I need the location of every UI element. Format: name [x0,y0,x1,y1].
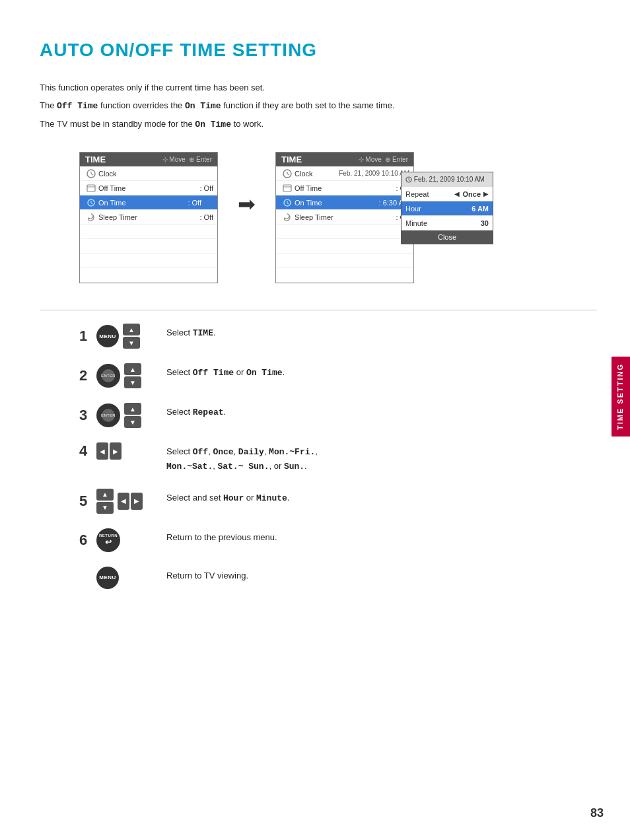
step-2: 2 ENTER ▲ ▼ Select Off Time or On Time. [79,363,571,388]
return-button[interactable]: RETURN ↩ [96,528,120,552]
updown-button-step5[interactable]: ▲ ▼ [96,489,114,514]
right-panel: TIME ⊹ Move ⊕ Enter Clock [275,152,414,283]
right-clock-icon [280,169,295,178]
svg-line-8 [287,174,289,175]
step-1: 1 MENU ▲ ▼ Select TIME. [79,324,571,349]
up-arrow[interactable]: ▲ [124,403,141,415]
right-menu-offtime: Off Time : Off [276,181,413,195]
intro-line1: This function operates only if the curre… [40,81,597,95]
step-5-text: Select and set Hour or Minute. [166,489,289,506]
left-nav-hint: ⊹ Move ⊕ Enter [162,156,212,163]
up-arrow[interactable]: ▲ [124,363,141,375]
menu-button-step1[interactable]: MENU [96,325,119,347]
step-3-icons: 3 ENTER ▲ ▼ [79,403,158,428]
svg-rect-3 [87,185,95,192]
enter-button-step2[interactable]: ENTER [96,364,120,388]
svg-line-14 [409,180,410,181]
right-empty1 [276,225,413,239]
left-arrow[interactable]: ◀ [96,442,108,460]
step-menu: MENU Return to TV viewing. [79,567,571,589]
up-arrow[interactable]: ▲ [96,489,114,501]
step-5: 5 ▲ ▼ ◀ ▶ Select and set Hour or Minute. [79,489,571,514]
leftright-button-step5[interactable]: ◀ ▶ [118,493,143,510]
right-nav-hint: ⊹ Move ⊕ Enter [359,156,408,163]
left-empty4 [80,268,217,283]
step-6-icons: 6 RETURN ↩ [79,528,158,552]
right-menu-header: TIME ⊹ Move ⊕ Enter [276,153,413,166]
right-menu-sleep: Sleep Timer : Off [276,210,413,225]
left-menu-ontime: On Time : Off [80,195,217,210]
step-4: 4 ◀ ▶ Select Off, Once, Daily, Mon.~Fri.… [79,442,571,474]
enter-inner: ENTER [102,369,115,382]
steps-section: 1 MENU ▲ ▼ Select TIME. 2 ENTER [40,324,597,589]
ontime-icon [84,198,98,207]
main-content: AUTO ON/OFF TIME SETTING This function o… [0,0,630,643]
right-empty4 [276,268,413,283]
left-empty3 [80,254,217,268]
step-1-text: Select TIME. [166,324,216,341]
popup-repeat-row: Repeat ◀ Once ▶ [402,187,493,201]
offtime-icon [84,184,98,193]
section-divider [40,310,597,310]
step-menu-text: Return to TV viewing. [166,567,248,583]
clock-icon [84,169,98,178]
page-title: AUTO ON/OFF TIME SETTING [40,40,597,61]
leftright-button-step4[interactable]: ◀ ▶ [96,442,122,460]
down-arrow[interactable]: ▼ [124,376,141,388]
repeat-left-arrow[interactable]: ◀ [454,190,460,197]
left-menu-offtime: Off Time : Off [80,181,217,195]
svg-rect-9 [283,185,291,192]
arrow-right: ➡ [238,152,256,217]
right-menu-ontime: On Time : 6:30 AM [276,195,413,210]
step-1-icons: 1 MENU ▲ ▼ [79,324,158,349]
right-arrow[interactable]: ▶ [110,442,122,460]
down-arrow[interactable]: ▼ [96,502,114,514]
svg-line-2 [91,174,93,175]
step-4-text: Select Off, Once, Daily, Mon.~Fri., Mon.… [166,442,318,474]
step-3: 3 ENTER ▲ ▼ Select Repeat. [79,403,571,428]
step-6-text: Return to the previous menu. [166,528,277,545]
step-2-icons: 2 ENTER ▲ ▼ [79,363,158,388]
popup-close-button[interactable]: Close [402,230,493,244]
left-arrow[interactable]: ◀ [118,493,129,510]
popup-minute-row: Minute 30 [402,216,493,230]
step-3-text: Select Repeat. [166,403,226,420]
right-arrow[interactable]: ▶ [131,493,143,510]
enter-button-step3[interactable]: ENTER [96,403,120,427]
right-empty3 [276,254,413,268]
updown-button-step2[interactable]: ▲ ▼ [124,363,141,388]
up-arrow[interactable]: ▲ [123,324,140,335]
left-menu-box: TIME ⊹ Move ⊕ Enter Clock [79,152,218,283]
popup-header: Feb. 21, 2009 10:10 AM [402,172,493,187]
right-menu-clock: Clock Feb. 21, 2009 10:10 AM [276,166,413,181]
left-menu-sleep: Sleep Timer : Off [80,210,217,225]
left-menu-header: TIME ⊹ Move ⊕ Enter [80,153,217,166]
right-empty2 [276,239,413,254]
repeat-right-arrow[interactable]: ▶ [483,190,489,197]
menu-button-final[interactable]: MENU [96,567,119,589]
step-2-text: Select Off Time or On Time. [166,363,285,380]
updown-button-step3[interactable]: ▲ ▼ [124,403,141,428]
left-empty1 [80,225,217,239]
page-number: 83 [590,806,604,820]
diagram-section: TIME ⊹ Move ⊕ Enter Clock [40,152,597,283]
step-menu-icons: MENU [79,567,158,589]
popup-hour-row: Hour 6 AM [402,201,493,216]
right-offtime-icon [280,184,295,193]
sleep-icon [84,213,98,222]
right-ontime-icon [280,198,295,207]
intro-line3: The TV must be in standby mode for the O… [40,117,597,132]
updown-button-step1[interactable]: ▲ ▼ [123,324,140,349]
step-6: 6 RETURN ↩ Return to the previous menu. [79,528,571,552]
intro-line2: The Off Time function overrides the On T… [40,98,597,114]
down-arrow[interactable]: ▼ [123,337,140,349]
step-5-icons: 5 ▲ ▼ ◀ ▶ [79,489,158,514]
step-4-icons: 4 ◀ ▶ [79,442,158,460]
down-arrow[interactable]: ▼ [124,416,141,428]
left-menu-clock: Clock [80,166,217,181]
right-sleep-icon [280,213,295,222]
popup-box: Feb. 21, 2009 10:10 AM Repeat ◀ Once ▶ H… [401,172,493,244]
side-label: TIME SETTING [612,357,630,437]
enter-indicator [204,198,213,207]
left-empty2 [80,239,217,254]
